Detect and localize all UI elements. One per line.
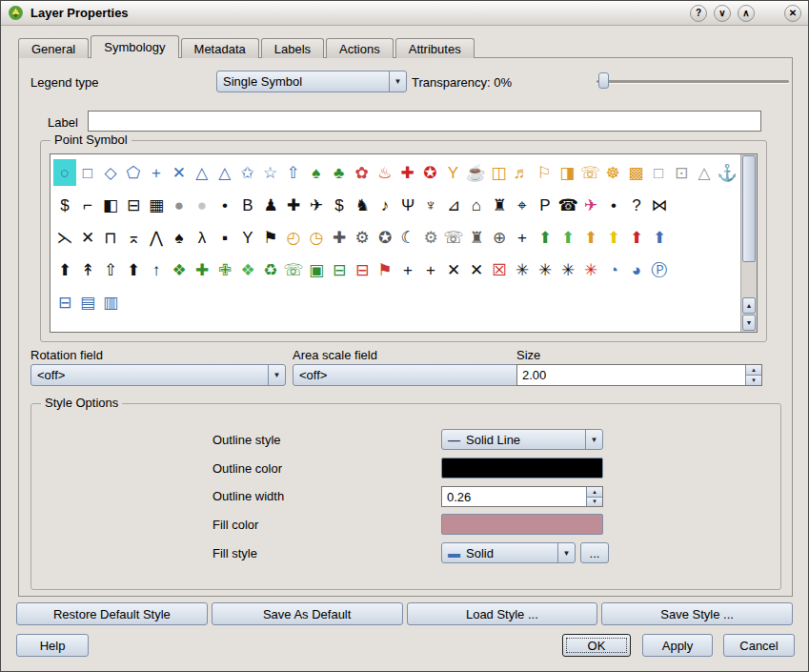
symbol-cross[interactable]: + — [145, 159, 168, 186]
legend-type-combobox[interactable]: Single Symbol ▼ — [216, 71, 407, 92]
symbol-music-note[interactable]: ♪ — [374, 192, 396, 218]
chevron-down-icon[interactable]: ▼ — [268, 365, 285, 385]
symbol-cinema[interactable]: ◫ — [487, 159, 510, 186]
symbol-triangle[interactable]: △ — [191, 159, 213, 186]
rotation-field-combobox[interactable]: <off> ▼ — [30, 364, 286, 386]
slider-handle[interactable] — [598, 72, 609, 89]
symbol-telephone-gray[interactable]: ☏ — [442, 224, 465, 251]
restore-default-style-button[interactable]: Restore Default Style — [16, 602, 208, 625]
symbol-museum[interactable]: ♜ — [465, 224, 488, 251]
symbol-fire[interactable]: ♨ — [374, 159, 396, 186]
chevron-down-icon[interactable]: ▼ — [585, 430, 602, 449]
symbol-camera[interactable]: ◧ — [99, 192, 122, 218]
symbol-regular-star[interactable]: ☆ — [259, 159, 282, 186]
symbol-compass[interactable]: ⊕ — [488, 224, 511, 251]
symbol-small-dot[interactable]: • — [602, 192, 625, 218]
symbol-telephone-amber[interactable]: ☏ — [578, 159, 601, 186]
symbol-arrow-up-blue[interactable]: ⬆ — [648, 224, 671, 251]
symbol-recycle-green[interactable]: ♻ — [259, 256, 282, 283]
symbol-pentagon[interactable]: ⬠ — [122, 159, 145, 186]
symbol-shield-green[interactable]: ❖ — [168, 256, 191, 283]
symbol-asterisk-thin[interactable]: ✳ — [534, 256, 556, 283]
symbol-circle[interactable]: ○ — [53, 159, 76, 186]
chevron-down-icon[interactable]: ▼ — [557, 543, 575, 562]
symbol-atm-green[interactable]: ▣ — [305, 256, 328, 283]
symbol-flower[interactable]: ✿ — [351, 159, 374, 186]
symbol-hospital[interactable]: ✚ — [282, 192, 305, 218]
tab-metadata[interactable]: Metadata — [181, 38, 259, 58]
symbol-pedestrian[interactable]: λ — [191, 224, 213, 251]
symbol-snowflake[interactable]: ✳ — [556, 256, 579, 283]
spin-down-icon[interactable]: ▼ — [587, 498, 602, 507]
symbol-moon[interactable]: ☾ — [396, 224, 419, 251]
symbol-bank-building[interactable]: ♜ — [488, 192, 511, 218]
symbol-star-badge[interactable]: ✪ — [374, 224, 396, 251]
cancel-button[interactable]: Cancel — [723, 634, 795, 657]
outline-style-combobox[interactable]: — Solid Line ▼ — [441, 429, 603, 450]
symbol-building[interactable]: ▦ — [145, 192, 168, 218]
symbol-conifer-tree[interactable]: ♠ — [305, 159, 328, 186]
close-button[interactable]: ✕ — [784, 5, 801, 22]
symbol-list-scrollbar[interactable]: ▲ ▼ — [740, 154, 757, 332]
symbol-house[interactable]: ⌂ — [465, 192, 488, 218]
symbol-bar[interactable]: Y — [441, 159, 464, 186]
shade-button[interactable]: ∨ — [714, 5, 731, 22]
symbol-arrow-shield-black[interactable]: ⬆ — [53, 256, 76, 283]
symbol-bench[interactable]: ⌐ — [76, 192, 99, 218]
symbol-wheel[interactable]: ☸ — [601, 159, 624, 186]
symbol-dollar[interactable]: $ — [53, 192, 76, 218]
outline-width-spinbox[interactable]: 0.26 ▲▼ — [441, 486, 603, 507]
symbol-arrow-up-red[interactable]: ⬆ — [625, 224, 648, 251]
symbol-flag[interactable]: ⚑ — [259, 224, 282, 251]
symbol-dot[interactable]: • — [213, 192, 236, 218]
area-scale-field-combobox[interactable]: <off> ▼ — [293, 364, 548, 386]
symbol-gray-circle[interactable]: ● — [168, 192, 191, 218]
tab-symbology[interactable]: Symbology — [91, 35, 178, 58]
symbol-shield-check-green[interactable]: ❖ — [236, 256, 259, 283]
ok-button[interactable]: OK — [562, 634, 631, 657]
symbol-bus-green[interactable]: ⊟ — [328, 256, 351, 283]
symbol-gift[interactable]: ▩ — [624, 159, 647, 186]
symbol-cafe[interactable]: ☕ — [464, 159, 487, 186]
symbol-small-marker[interactable]: ▪ — [213, 224, 236, 251]
symbol-asterisk[interactable]: ✳ — [511, 256, 534, 283]
symbol-cog[interactable]: ⚙ — [419, 224, 442, 251]
fill-style-combobox[interactable]: ▬ Solid ▼ — [441, 542, 576, 563]
symbol-arrow[interactable]: ⇧ — [282, 159, 305, 186]
maximize-button[interactable]: ∧ — [738, 5, 755, 22]
tab-general[interactable]: General — [18, 38, 89, 58]
titlebar[interactable]: Layer Properties ? ∨ ∧ ✕ — [1, 1, 808, 26]
symbol-jet[interactable]: ✈ — [305, 192, 328, 218]
symbol-restaurant[interactable]: Ψ — [396, 192, 419, 218]
symbol-white-triangle[interactable]: △ — [693, 159, 716, 186]
size-spinbox[interactable]: 2.00 ▲▼ — [516, 364, 762, 386]
symbol-hourglass-amber[interactable]: ◷ — [305, 224, 328, 251]
symbol-star[interactable]: ✩ — [236, 159, 259, 186]
symbol-tram-blue[interactable]: ▥ — [99, 289, 122, 316]
symbol-arrow-wide-black[interactable]: ⬆ — [122, 256, 145, 283]
symbol-arrow-up-green[interactable]: ⬆ — [534, 224, 556, 251]
scroll-down-button[interactable]: ▼ — [742, 315, 756, 331]
symbol-bank[interactable]: B — [236, 192, 259, 218]
symbol-car[interactable]: ⊟ — [122, 192, 145, 218]
symbol-badge-blue[interactable]: ◔ — [602, 256, 625, 283]
symbol-theatre[interactable]: ◨ — [556, 159, 578, 186]
symbol-cross-outline-green[interactable]: ✙ — [213, 256, 236, 283]
apply-button[interactable]: Apply — [642, 634, 713, 657]
symbol-cross-x-bold[interactable]: ✕ — [465, 256, 488, 283]
symbol-cross-x[interactable]: ✕ — [168, 159, 191, 186]
symbol-shelter[interactable]: ⌅ — [122, 224, 145, 251]
symbol-gear[interactable]: ⚙ — [351, 224, 374, 251]
symbol-black-tree[interactable]: ♠ — [168, 224, 191, 251]
symbol-pale-circle[interactable]: ● — [191, 192, 213, 218]
symbol-parking-blue[interactable]: Ⓟ — [648, 256, 671, 283]
chevron-down-icon[interactable]: ▼ — [389, 71, 406, 92]
symbol-telephone[interactable]: ☎ — [556, 192, 579, 218]
symbol-deciduous-tree[interactable]: ♣ — [328, 159, 351, 186]
symbol-arrow-up-green-light[interactable]: ⬆ — [556, 224, 579, 251]
symbol-tipi[interactable]: ⋀ — [145, 224, 168, 251]
symbol-first-aid[interactable]: ✚ — [396, 159, 419, 186]
symbol-poison[interactable]: ✪ — [419, 159, 442, 186]
symbol-cross-green[interactable]: ✚ — [191, 256, 213, 283]
symbol-phone-green[interactable]: ☏ — [282, 256, 305, 283]
